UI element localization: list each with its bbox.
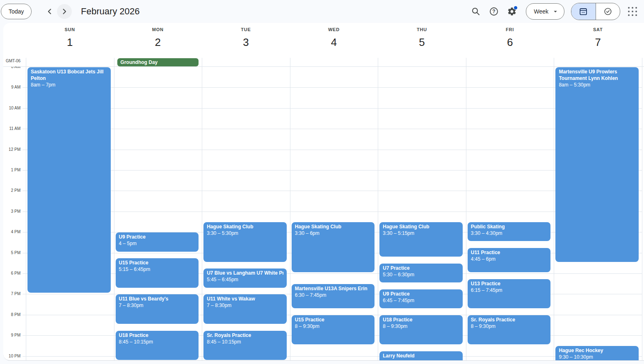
- weekday-label: MON: [114, 27, 202, 32]
- date-number[interactable]: 1: [67, 36, 73, 48]
- calendar-view-tab[interactable]: [571, 3, 596, 20]
- hour-tick: [23, 294, 26, 294]
- event-title: U18 Practice: [119, 332, 196, 339]
- day-column-header: MON2: [114, 23, 202, 48]
- help-button[interactable]: ?: [485, 2, 503, 20]
- grid-line: [642, 67, 642, 360]
- event-chip[interactable]: U11 White vs Wakaw7 – 8:30pm: [203, 294, 287, 324]
- date-number-wrap: 1: [26, 32, 114, 48]
- time-label: 1 PM: [3, 167, 21, 173]
- event-title: U15 Practice: [295, 316, 372, 323]
- event-chip[interactable]: Sr. Royals Practice8:45 – 10:15pm: [203, 331, 287, 360]
- event-chip[interactable]: Public Skating3:30 – 4:30pm: [468, 222, 551, 241]
- weekday-label: THU: [378, 27, 466, 32]
- hour-tick: [23, 108, 26, 109]
- tasks-check-icon: [603, 7, 612, 16]
- next-week-button[interactable]: [57, 4, 72, 19]
- event-time: 6:15 – 7:45pm: [471, 287, 548, 293]
- event-chip[interactable]: U7 Blue vs Langham U7 White Pr5:45 – 6:4…: [203, 268, 287, 287]
- event-title: Martensville U9 Prowlers Tournament Lynn…: [559, 68, 635, 82]
- event-chip[interactable]: Hague Skating Club3:30 – 5:15pm: [379, 222, 463, 257]
- hour-tick: [23, 150, 26, 150]
- event-chip[interactable]: U9 Practice4 – 5pm: [116, 232, 199, 251]
- event-title: Martensville U13A Snipers Erin: [295, 285, 372, 292]
- event-title: U11 White vs Wakaw: [207, 296, 283, 302]
- all-day-divider: [26, 58, 26, 67]
- event-title: Hague Skating Club: [383, 223, 459, 230]
- grid-line: [26, 170, 642, 171]
- event-chip[interactable]: Saskatoon U13 Bobcat Jets Jill Pelton8am…: [27, 67, 111, 293]
- date-number-wrap: 3: [202, 32, 290, 48]
- weekday-label: TUE: [202, 27, 290, 32]
- event-time: 8 – 9:30pm: [295, 323, 372, 330]
- event-chip[interactable]: Sr. Royals Practice8 – 9:30pm: [468, 315, 551, 345]
- weekday-label: FRI: [466, 27, 554, 32]
- event-chip[interactable]: Hague Skating Club3:30 – 5:30pm: [203, 222, 287, 262]
- weekday-label: WED: [290, 27, 378, 32]
- event-chip[interactable]: U9 Practice6:45 – 7:45pm: [379, 289, 463, 308]
- event-title: Hague Skating Club: [207, 223, 283, 230]
- event-chip[interactable]: Hague Skating Club3:30 – 6pm: [292, 222, 375, 272]
- event-chip[interactable]: U11 Blue vs Beardy's7 – 8:30pm: [116, 294, 199, 324]
- date-number[interactable]: 4: [331, 36, 337, 48]
- all-day-divider: [114, 58, 114, 67]
- event-chip[interactable]: U13 Practice6:15 – 7:45pm: [468, 279, 551, 309]
- event-time: 8 – 9:30pm: [471, 323, 548, 330]
- event-title: U15 Practice: [119, 259, 196, 266]
- grid-line: [26, 212, 642, 212]
- today-button[interactable]: Today: [1, 4, 32, 19]
- event-chip[interactable]: U15 Practice5:15 – 6:45pm: [116, 258, 199, 288]
- event-chip[interactable]: Hague Rec Hockey9:30 – 10:30pm: [555, 346, 639, 361]
- event-time: 3:30 – 5:15pm: [383, 230, 459, 237]
- date-number[interactable]: 6: [507, 36, 513, 48]
- day-column-header: THU5: [378, 23, 466, 48]
- event-chip[interactable]: Martensville U13A Snipers Erin6:30 – 7:4…: [292, 284, 375, 308]
- grid-line: [26, 67, 26, 360]
- event-time: 7 – 8:30pm: [207, 302, 283, 309]
- event-time: 5:45 – 6:45pm: [207, 276, 283, 283]
- event-chip[interactable]: U7 Practice5:30 – 6:30pm: [379, 264, 463, 282]
- date-number[interactable]: 7: [595, 36, 601, 48]
- all-day-row: GMT-06 Groundhog Day: [3, 58, 644, 67]
- hour-tick: [23, 335, 26, 336]
- time-label: 10 PM: [3, 353, 21, 359]
- tasks-view-tab[interactable]: [596, 3, 620, 20]
- date-number[interactable]: 3: [243, 36, 249, 48]
- hour-tick: [23, 273, 26, 274]
- chevron-down-icon: [552, 8, 559, 15]
- event-chip[interactable]: U18 Practice8 – 9:30pm: [379, 315, 463, 345]
- day-column-header: SAT7: [554, 23, 642, 48]
- all-day-event-chip[interactable]: Groundhog Day: [117, 58, 199, 66]
- time-label: 9 AM: [3, 84, 21, 90]
- event-chip[interactable]: Martensville U9 Prowlers Tournament Lynn…: [555, 67, 639, 262]
- grid-line: [114, 67, 114, 360]
- grid-line: [26, 108, 642, 109]
- header-actions: ? Week: [467, 2, 642, 20]
- event-chip[interactable]: U15 Practice8 – 9:30pm: [292, 315, 375, 345]
- event-chip[interactable]: U11 Practice4:45 – 6pm: [468, 248, 551, 272]
- event-title: U11 Practice: [471, 249, 548, 256]
- chevron-right-icon: [59, 7, 69, 16]
- time-label: 8 AM: [3, 67, 21, 70]
- app-header: Today February 2026: [0, 0, 644, 23]
- event-chip[interactable]: U18 Practice8:45 – 10:15pm: [116, 331, 199, 360]
- date-number-wrap: 7: [554, 32, 642, 48]
- event-time: 8am – 5:30pm: [559, 82, 635, 88]
- hour-tick: [23, 253, 26, 253]
- settings-button[interactable]: [503, 2, 521, 20]
- date-number-wrap: 5: [378, 32, 466, 48]
- time-label: 9 PM: [3, 332, 21, 338]
- event-time: 8:45 – 10:15pm: [207, 339, 283, 345]
- previous-week-button[interactable]: [42, 4, 57, 19]
- date-number[interactable]: 5: [419, 36, 425, 48]
- day-headers-row: SUN1MON2TUE3WED4THU5FRI6SAT7: [3, 23, 644, 58]
- event-chip[interactable]: Larry Neufeld: [379, 351, 463, 361]
- view-selector-dropdown[interactable]: Week: [526, 3, 564, 20]
- event-title: U7 Blue vs Langham U7 White Pr: [207, 270, 283, 276]
- grid-line: [26, 87, 642, 88]
- date-number-wrap: 6: [466, 32, 554, 48]
- google-apps-button[interactable]: [623, 2, 642, 20]
- time-label: 12 PM: [3, 147, 21, 152]
- search-button[interactable]: [467, 2, 485, 20]
- date-number[interactable]: 2: [155, 36, 161, 48]
